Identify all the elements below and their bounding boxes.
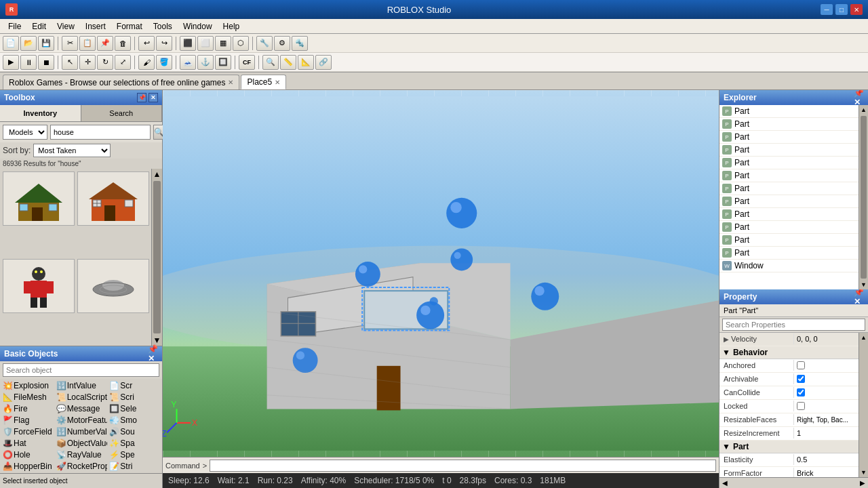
obj-rocketpropulsion[interactable]: 🚀RocketPropulsion (55, 461, 108, 472)
prop-elasticity-value[interactable]: 0.5 (794, 454, 859, 465)
tb-fill[interactable]: 🪣 (156, 55, 172, 70)
explorer-item[interactable]: PPart (719, 118, 859, 131)
tb-extra2[interactable]: 📏 (280, 55, 296, 70)
tb-anchor[interactable]: ⚓ (197, 55, 214, 70)
tab-place5[interactable]: Place5 ✕ (241, 75, 286, 89)
models-scrollbar[interactable]: ▲ ▼ (151, 169, 162, 346)
tb-extra4[interactable]: 🔗 (315, 55, 332, 70)
tab-roblox-games[interactable]: Roblox Games - Browse our selections of … (3, 75, 239, 89)
obj-scr[interactable]: 📄Scr (108, 380, 161, 391)
menu-view[interactable]: View (52, 20, 80, 33)
menu-window[interactable]: Window (178, 20, 218, 33)
tb-pause[interactable]: ⏸ (20, 55, 37, 70)
prop-anchored-checkbox[interactable] (797, 361, 805, 369)
tb-btn2[interactable]: ⬜ (197, 36, 214, 51)
tb-copy[interactable]: 📋 (79, 36, 96, 51)
prop-locked-checkbox[interactable] (797, 402, 805, 410)
prop-section-behavior[interactable]: ▼Behavior (719, 346, 859, 359)
obj-smo[interactable]: 💨Smo (108, 415, 161, 426)
tb-terrain[interactable]: 🗻 (180, 55, 196, 70)
tb-paste[interactable]: 📌 (97, 36, 113, 51)
objects-search-input[interactable] (3, 363, 159, 377)
menu-file[interactable]: File (3, 20, 26, 33)
prop-archivable-checkbox[interactable] (797, 375, 805, 383)
obj-sele[interactable]: 🔲Sele (108, 403, 161, 414)
tb-btn3[interactable]: ▦ (215, 36, 231, 51)
search-input[interactable] (50, 125, 151, 140)
tab-roblox-games-close[interactable]: ✕ (228, 79, 233, 86)
tb-undo[interactable]: ↩ (138, 36, 155, 51)
tb-cf[interactable]: CF (239, 55, 255, 70)
tb-redo[interactable]: ↪ (156, 36, 172, 51)
obj-rayvalue[interactable]: 📡RayValue (55, 449, 108, 460)
prop-nav-left[interactable]: ◀ (722, 479, 728, 487)
obj-spa[interactable]: ✨Spa (108, 438, 161, 449)
explorer-pin[interactable]: 📌 (854, 90, 864, 98)
toolbox-pin[interactable]: 📌 (137, 93, 146, 102)
obj-hat[interactable]: 🎩Hat (1, 438, 54, 449)
tb-extra3[interactable]: 📐 (298, 55, 314, 70)
obj-spe[interactable]: ⚡Spe (108, 449, 161, 460)
obj-filemesh[interactable]: 📐FileMesh (1, 392, 54, 403)
model-type-select[interactable]: Models (3, 125, 47, 140)
tb-btn5[interactable]: 🔧 (256, 36, 273, 51)
explorer-item[interactable]: PPart (719, 131, 859, 144)
toolbox-close[interactable]: ✕ (149, 93, 158, 102)
menu-insert[interactable]: Insert (80, 20, 111, 33)
prop-cancollide-value[interactable] (794, 387, 859, 398)
obj-objectvalue[interactable]: 📦ObjectValue (55, 438, 108, 449)
prop-resizeincrement-value[interactable]: 1 (794, 428, 859, 439)
tb-cut[interactable]: ✂ (62, 36, 78, 51)
obj-message[interactable]: 💬Message (55, 403, 108, 414)
menu-help[interactable]: Help (218, 20, 245, 33)
obj-scri[interactable]: 📜Scri (108, 392, 161, 403)
basic-objects-pin[interactable]: 📌 (148, 344, 158, 354)
obj-flag[interactable]: 🚩Flag (1, 415, 54, 426)
obj-motorfeature[interactable]: ⚙️MotorFeature (55, 415, 108, 426)
prop-cancollide-checkbox[interactable] (797, 388, 805, 396)
tab-place5-close[interactable]: ✕ (275, 79, 280, 86)
model-item-3[interactable] (77, 259, 149, 313)
maximize-button[interactable]: □ (835, 4, 848, 15)
tb-btn6[interactable]: ⚙ (274, 36, 290, 51)
model-item-1[interactable] (77, 171, 149, 226)
obj-hole[interactable]: ⭕Hole (1, 449, 54, 460)
explorer-item[interactable]: PPart (719, 169, 859, 182)
basic-objects-close[interactable]: ✕ (148, 354, 158, 363)
explorer-item[interactable]: PPart (719, 195, 859, 208)
obj-numbervalue[interactable]: 🔢NumberValue (55, 426, 108, 437)
obj-localscript[interactable]: 📜LocalScript (55, 392, 108, 403)
prop-formfactor-value[interactable]: Brick (794, 468, 859, 477)
explorer-item[interactable]: PPart (719, 105, 859, 118)
prop-anchored-value[interactable] (794, 360, 859, 371)
tb-extra1[interactable]: 🔍 (262, 55, 279, 70)
explorer-item[interactable]: PPart (719, 221, 859, 234)
menu-format[interactable]: Format (111, 20, 148, 33)
close-button[interactable]: ✕ (850, 4, 863, 15)
tab-search[interactable]: Search (81, 105, 163, 121)
explorer-item-window[interactable]: WWindow (719, 260, 859, 272)
prop-section-part[interactable]: ▼Part (719, 441, 859, 453)
tb-save[interactable]: 💾 (38, 36, 54, 51)
tb-btn1[interactable]: ⬛ (180, 36, 196, 51)
explorer-scrollbar[interactable]: ▲ ▼ (859, 105, 868, 289)
explorer-item[interactable]: PPart (719, 247, 859, 260)
obj-intvalue[interactable]: 🔢IntValue (55, 380, 108, 391)
tb-paint[interactable]: 🖌 (138, 55, 155, 70)
explorer-item[interactable]: PPart (719, 144, 859, 157)
property-pin[interactable]: 📌 (854, 289, 864, 297)
tb-scale[interactable]: ⤢ (115, 55, 131, 70)
tb-play[interactable]: ▶ (3, 55, 19, 70)
explorer-item[interactable]: PPart (719, 234, 859, 247)
tb-move[interactable]: ✛ (79, 55, 96, 70)
explorer-item[interactable]: PPart (719, 182, 859, 195)
minimize-button[interactable]: ─ (821, 4, 833, 15)
obj-sou[interactable]: 🔊Sou (108, 426, 161, 437)
obj-explosion[interactable]: 💥Explosion (1, 380, 54, 391)
prop-velocity-value[interactable]: 0, 0, 0 (794, 333, 859, 344)
tab-inventory[interactable]: Inventory (0, 105, 81, 121)
prop-nav-right[interactable]: ▶ (860, 479, 865, 487)
tb-rotate[interactable]: ↻ (97, 55, 113, 70)
tb-stop[interactable]: ⏹ (38, 55, 54, 70)
tb-delete[interactable]: 🗑 (115, 36, 131, 51)
